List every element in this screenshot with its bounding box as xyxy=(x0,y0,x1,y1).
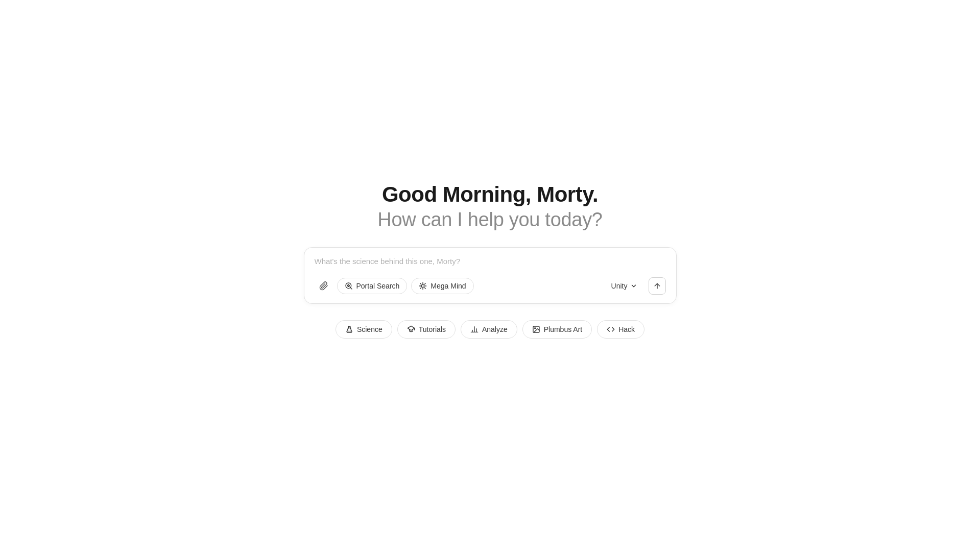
mega-mind-label: Mega Mind xyxy=(431,282,466,290)
unity-dropdown-button[interactable]: Unity xyxy=(605,278,643,294)
svg-point-2 xyxy=(422,284,424,287)
plumbus-art-button[interactable]: Plumbus Art xyxy=(522,320,592,339)
chevron-down-icon xyxy=(630,282,637,290)
greeting-subtitle: How can I help you today? xyxy=(377,209,602,231)
analyze-label: Analyze xyxy=(482,325,508,333)
portal-search-icon xyxy=(345,282,353,290)
science-label: Science xyxy=(357,325,383,333)
bar-chart-icon xyxy=(470,325,479,333)
analyze-button[interactable]: Analyze xyxy=(461,320,517,339)
mega-mind-icon xyxy=(419,282,427,290)
unity-label: Unity xyxy=(611,282,628,290)
mega-mind-button[interactable]: Mega Mind xyxy=(411,278,473,294)
search-toolbar: Portal Search xyxy=(315,277,666,295)
quick-actions: Science Tutorials xyxy=(336,320,644,339)
toolbar-right: Unity xyxy=(605,277,666,295)
flask-icon xyxy=(345,325,353,333)
paperclip-icon xyxy=(319,281,328,291)
tutorials-button[interactable]: Tutorials xyxy=(397,320,456,339)
image-icon xyxy=(532,325,540,333)
hack-label: Hack xyxy=(618,325,635,333)
attach-button[interactable] xyxy=(315,277,333,295)
greeting-title: Good Morning, Morty. xyxy=(382,182,598,207)
graduation-icon xyxy=(407,325,415,333)
science-button[interactable]: Science xyxy=(336,320,392,339)
svg-marker-6 xyxy=(408,326,414,330)
code-icon xyxy=(607,325,615,333)
main-container: Good Morning, Morty. How can I help you … xyxy=(0,182,980,339)
tutorials-label: Tutorials xyxy=(419,325,446,333)
hack-button[interactable]: Hack xyxy=(597,320,644,339)
svg-point-1 xyxy=(347,284,349,286)
search-container: Portal Search xyxy=(304,247,677,304)
plumbus-art-label: Plumbus Art xyxy=(544,325,582,333)
toolbar-left: Portal Search xyxy=(315,277,474,295)
arrow-up-icon xyxy=(653,282,661,290)
submit-button[interactable] xyxy=(649,277,666,295)
svg-point-12 xyxy=(534,327,535,328)
portal-search-label: Portal Search xyxy=(356,282,400,290)
portal-search-button[interactable]: Portal Search xyxy=(337,278,408,294)
search-input[interactable] xyxy=(315,257,666,273)
greeting-section: Good Morning, Morty. How can I help you … xyxy=(377,182,602,231)
